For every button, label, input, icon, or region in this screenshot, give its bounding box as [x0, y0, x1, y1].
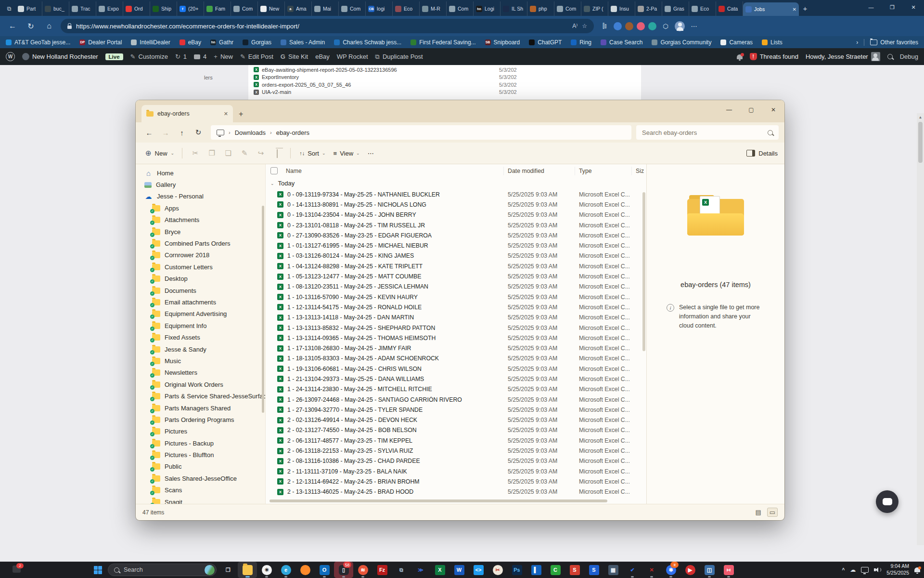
browser-tab[interactable]: M-R ✕: [420, 1, 447, 16]
taskbar-app-icon[interactable]: [295, 562, 315, 578]
sidebar-folder-item[interactable]: Combined Parts Orders: [136, 237, 265, 249]
file-row[interactable]: X 2 - 02-13126-49914 - May-24-25 - DEVON…: [266, 415, 646, 425]
explorer-close-button[interactable]: ✕: [762, 100, 784, 119]
taskbar-app-icon[interactable]: W: [449, 562, 469, 578]
wp-edit-post[interactable]: ✎Edit Post: [240, 53, 273, 60]
bookmark-item[interactable]: SB Snipboard: [485, 39, 520, 46]
sidebar-folder-item[interactable]: Cornrower 2018: [136, 250, 265, 261]
wp-customize[interactable]: ✎Customize: [130, 53, 168, 60]
sidebar-folder-item[interactable]: Music: [136, 355, 265, 367]
file-row[interactable]: X 2 - 06-13118-22153 - May-23-25 - SYLVI…: [266, 446, 646, 456]
taskbar-app-icon[interactable]: ✱ ✳: [661, 562, 680, 578]
rename-icon[interactable]: ✎: [236, 149, 253, 158]
vertical-scrollbar[interactable]: [642, 192, 645, 351]
file-row[interactable]: X 2 - 13-13113-46025 - May-24-25 - BRAD …: [266, 487, 646, 497]
sidebar-folder-item[interactable]: Newsletters: [136, 367, 265, 379]
up-icon[interactable]: ↑: [174, 129, 190, 137]
file-row[interactable]: X 0 - 23-13101-08118 - May-24-25 - TIM R…: [266, 220, 646, 230]
view-button[interactable]: ≡ View ⌄: [330, 150, 364, 157]
browser-tab[interactable]: Com ✕: [554, 1, 581, 16]
sort-button[interactable]: ↑↓ Sort ⌄: [295, 150, 329, 157]
file-row[interactable]: X 0 - 19-13104-23504 - May-24-25 - JOHN …: [266, 210, 646, 220]
browser-tab[interactable]: Jobs ✕: [743, 2, 799, 16]
sidebar-folder-item[interactable]: Scans: [136, 485, 265, 496]
file-row[interactable]: X 1 - 10-13116-57090 - May-24-25 - KEVIN…: [266, 292, 646, 302]
browser-tab[interactable]: Trac ✕: [69, 1, 96, 16]
bookmark-item[interactable]: Sales - Admin: [281, 39, 325, 46]
taskbar-app-icon[interactable]: S: [584, 562, 603, 578]
bookmark-item[interactable]: AT&T GeoTab jesse...: [6, 39, 70, 46]
share-icon[interactable]: ↪: [253, 149, 269, 158]
file-row[interactable]: X 2 - 06-13117-48577 - May-23-25 - TIM K…: [266, 435, 646, 446]
browser-profile-avatar[interactable]: [675, 21, 685, 31]
bookmark-item[interactable]: IntelliDealer: [131, 39, 170, 46]
horizontal-scrollbar[interactable]: [270, 499, 607, 502]
details-pane-toggle[interactable]: Details: [746, 150, 778, 157]
wp-debug[interactable]: Debug: [900, 53, 918, 60]
tab-close-icon[interactable]: ✕: [791, 7, 796, 12]
file-row[interactable]: X 0 - 09-13119-97334 - May-25-25 - NATHA…: [266, 189, 646, 199]
read-aloud-icon[interactable]: A⁾: [572, 23, 578, 29]
page-file-row[interactable]: X orders-export-2025_05_03_07_55_46 5/3/…: [254, 81, 523, 89]
file-row[interactable]: X 1 - 13-13113-14118 - May-24-25 - DAN M…: [266, 313, 646, 323]
browser-tab[interactable]: IL Sh ✕: [500, 1, 527, 16]
file-row[interactable]: X 1 - 05-13123-12477 - May-24-25 - MATT …: [266, 271, 646, 281]
file-row[interactable]: X 1 - 18-13105-83303 - May-24-25 - ADAM …: [266, 354, 646, 364]
start-button[interactable]: [90, 562, 106, 578]
bookmarks-overflow-icon[interactable]: ›: [856, 39, 858, 46]
hidden-icons-chevron[interactable]: ^: [842, 567, 845, 573]
taskbar-app-icon[interactable]: ❐: [218, 562, 238, 578]
taskbar-app-icon[interactable]: X: [430, 562, 449, 578]
file-row[interactable]: X 0 - 27-13090-83526 - May-23-25 - EDGAR…: [266, 230, 646, 240]
bookmark-item[interactable]: Gorgias Community: [652, 39, 711, 46]
page-file-row[interactable]: X eBay-awaiting-shipment-report-2025-05-…: [254, 66, 523, 74]
bookmark-item[interactable]: Cameras: [720, 39, 753, 46]
taskbar-app-icon[interactable]: ▶: [680, 562, 700, 578]
bookmark-item[interactable]: eBay: [180, 39, 201, 46]
browser-tab[interactable]: Eco ✕: [689, 1, 716, 16]
file-row[interactable]: X 1 - 21-13104-29373 - May-25-25 - DANA …: [266, 374, 646, 384]
sidebar-folder-item[interactable]: Desktop: [136, 273, 265, 285]
browser-tab[interactable]: Com ✕: [339, 1, 366, 16]
file-row[interactable]: X 1 - 26-13097-24468 - May-24-25 - SANTI…: [266, 394, 646, 405]
explorer-folder-tab[interactable]: ebay-orders ✕: [141, 105, 233, 122]
bookmark-item[interactable]: Charles Schwab jess...: [334, 39, 401, 46]
taskbar-app-icon[interactable]: [238, 562, 257, 578]
taskbar-app-icon[interactable]: Fz: [372, 562, 392, 578]
taskbar-app-icon[interactable]: ◫: [700, 562, 719, 578]
forward-icon[interactable]: →: [158, 129, 173, 137]
sidebar-folder-item[interactable]: Parts Ordering Programs: [136, 414, 265, 425]
page-scrollbar[interactable]: ▲: [917, 113, 924, 545]
taskbar-search[interactable]: Search: [108, 564, 217, 576]
browser-tab[interactable]: a Ama ✕: [285, 1, 312, 16]
browser-close-button[interactable]: ✕: [903, 0, 924, 14]
cut-icon[interactable]: ✂: [187, 149, 204, 158]
display-device-icon[interactable]: [861, 567, 869, 573]
bookmark-item[interactable]: ChatGPT: [529, 39, 562, 46]
taskbar-app-icon[interactable]: ▯ 58: [334, 562, 353, 578]
thumbnail-view-icon[interactable]: ▭: [767, 508, 778, 517]
file-row[interactable]: X 2 - 11-13111-37109 - May-23-25 - BALA …: [266, 466, 646, 476]
breadcrumb[interactable]: › Downloads › ebay-orders: [211, 125, 631, 140]
bookmark-item[interactable]: DP Dealer Portal: [79, 39, 122, 46]
taskbar-app-icon[interactable]: S: [565, 562, 584, 578]
taskbar-app-icon[interactable]: ∺: [719, 562, 738, 578]
wp-rocket[interactable]: WP Rocket: [337, 53, 368, 60]
sidebar-folder-item[interactable]: Apps: [136, 202, 265, 214]
column-header-type[interactable]: Type: [575, 167, 632, 175]
sidebar-folder-item[interactable]: Original Work Orders: [136, 379, 265, 390]
sidebar-folder-item[interactable]: Pictures: [136, 426, 265, 437]
browser-tab[interactable]: Cata ✕: [716, 1, 743, 16]
column-header-size[interactable]: Siz: [632, 167, 646, 175]
notification-bell-icon[interactable]: [737, 54, 743, 59]
file-row[interactable]: X 1 - 01-13127-61995 - May-24-25 - MICHA…: [266, 240, 646, 250]
chat-widget-button[interactable]: [876, 490, 898, 513]
search-icon[interactable]: [887, 54, 893, 59]
explorer-minimize-button[interactable]: —: [718, 100, 740, 119]
column-header-name[interactable]: Name: [282, 167, 504, 175]
refresh-icon[interactable]: ↻: [24, 22, 38, 31]
taskbar-app-icon[interactable]: Ps: [507, 562, 526, 578]
wp-threats[interactable]: !Threats found: [750, 53, 798, 60]
taskbar-app-icon[interactable]: ✕: [642, 562, 661, 578]
taskbar-app-icon[interactable]: <>: [469, 562, 488, 578]
